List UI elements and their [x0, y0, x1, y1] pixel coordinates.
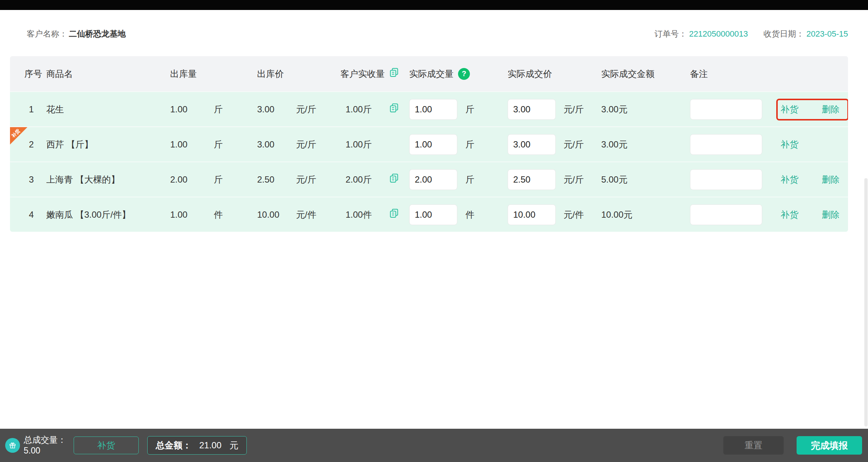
- deal-price-input[interactable]: [508, 134, 556, 155]
- deal-qty-input[interactable]: [409, 134, 457, 155]
- col-deal-price: 实际成交价: [508, 68, 563, 80]
- deal-qty-input[interactable]: [409, 99, 457, 120]
- product-name: 上海青 【大棵的】: [46, 174, 170, 186]
- reset-button[interactable]: 重置: [723, 436, 784, 455]
- col-out-price: 出库价: [257, 68, 296, 80]
- col-remark: 备注: [690, 68, 777, 80]
- received-qty: 2.00斤: [340, 174, 389, 186]
- deal-price-unit: 元/件: [563, 209, 601, 221]
- customer-label: 客户名称：: [27, 28, 67, 40]
- delete-link[interactable]: 删除: [822, 103, 840, 115]
- deal-amount: 3.00元: [601, 103, 690, 115]
- customer-name: 二仙桥恐龙基地: [69, 28, 126, 40]
- row-index: 3: [24, 174, 46, 185]
- received-qty: 1.00斤: [340, 139, 389, 150]
- delete-link[interactable]: 删除: [822, 174, 840, 186]
- total-amount-unit: 元: [229, 439, 238, 451]
- total-amount-value: 21.00: [199, 440, 221, 451]
- deal-qty-unit: 件: [465, 209, 508, 221]
- out-price-unit: 元/斤: [296, 103, 340, 115]
- product-name: 花生: [46, 103, 170, 115]
- total-amount-label: 总金额：: [156, 439, 191, 451]
- out-qty-unit: 斤: [214, 103, 257, 115]
- footer-bar: 总成交量： 5.00 补货 总金额： 21.00 元 重置 完成填报: [0, 429, 868, 462]
- out-price: 3.00: [257, 139, 296, 150]
- restock-link[interactable]: 补货: [781, 174, 798, 186]
- out-qty: 1.00: [170, 104, 214, 115]
- deal-qty-unit: 斤: [465, 139, 508, 150]
- copy-icon[interactable]: [389, 208, 399, 221]
- total-deal-qty-label: 总成交量：: [24, 435, 66, 445]
- out-price: 3.00: [257, 104, 296, 115]
- col-received-qty: 客户实收量: [340, 68, 389, 80]
- remark-input[interactable]: [690, 134, 762, 155]
- col-deal-amount: 实际成交金额: [601, 68, 690, 80]
- product-name: 嫩南瓜 【3.00斤/件】: [46, 209, 170, 221]
- help-icon[interactable]: ?: [458, 68, 470, 80]
- deal-qty-unit: 斤: [465, 103, 508, 115]
- deal-price-input[interactable]: [508, 204, 556, 225]
- restock-link[interactable]: 补货: [781, 103, 798, 115]
- restock-footer-button[interactable]: 补货: [74, 436, 139, 454]
- table-header-row: 序号 商品名 出库量 出库价 客户实收量 实际成交量 ? 实际成交价 实际成交金…: [10, 56, 848, 91]
- order-no-value: 2212050000013: [689, 29, 748, 39]
- col-no: 序号: [24, 68, 46, 80]
- out-price: 2.50: [257, 174, 296, 185]
- out-qty: 2.00: [170, 174, 214, 185]
- copy-icon[interactable]: [389, 103, 399, 115]
- delete-link[interactable]: 删除: [822, 209, 840, 221]
- received-qty: 1.00斤: [340, 103, 389, 115]
- page-header: 客户名称： 二仙桥恐龙基地 订单号： 2212050000013 收货日期： 2…: [0, 28, 868, 40]
- deal-amount: 10.00元: [601, 209, 690, 221]
- receive-date-value: 2023-05-15: [806, 29, 848, 39]
- restock-link[interactable]: 补货: [781, 139, 798, 150]
- out-price-unit: 元/斤: [296, 174, 340, 186]
- row-index: 1: [24, 104, 46, 115]
- table-row: 4 嫩南瓜 【3.00斤/件】 1.00 件 10.00 元/件 1.00件 件…: [10, 197, 848, 232]
- total-amount-box: 总金额： 21.00 元: [147, 436, 247, 455]
- remark-input[interactable]: [690, 99, 762, 120]
- deal-qty-unit: 斤: [465, 174, 508, 186]
- order-items-table: 序号 商品名 出库量 出库价 客户实收量 实际成交量 ? 实际成交价 实际成交金…: [10, 56, 848, 232]
- total-deal-qty-value: 5.00: [24, 445, 66, 456]
- col-out-qty: 出库量: [170, 68, 214, 80]
- order-no-label: 订单号：: [654, 28, 687, 40]
- gift-icon: [5, 438, 20, 453]
- deal-amount: 5.00元: [601, 174, 690, 186]
- row-index: 2: [24, 139, 46, 150]
- submit-button[interactable]: 完成填报: [797, 436, 862, 455]
- row-index: 4: [24, 210, 46, 220]
- out-price: 10.00: [257, 210, 296, 220]
- top-black-bar: [0, 0, 868, 10]
- remark-input[interactable]: [690, 169, 762, 190]
- deal-price-unit: 元/斤: [563, 139, 601, 150]
- copy-icon[interactable]: [389, 68, 399, 80]
- product-name: 西芹 【斤】: [46, 139, 170, 150]
- col-deal-qty: 实际成交量: [409, 68, 454, 80]
- scrollbar-thumb[interactable]: [864, 178, 868, 427]
- out-qty-unit: 斤: [214, 174, 257, 186]
- remark-input[interactable]: [690, 204, 762, 225]
- total-deal-qty: 总成交量： 5.00: [24, 435, 66, 456]
- copy-icon[interactable]: [389, 173, 399, 186]
- deal-price-input[interactable]: [508, 99, 556, 120]
- deal-amount: 3.00元: [601, 139, 690, 150]
- receive-date-label: 收货日期：: [763, 28, 804, 40]
- deal-qty-input[interactable]: [409, 169, 457, 190]
- out-qty: 1.00: [170, 139, 214, 150]
- out-price-unit: 元/斤: [296, 139, 340, 150]
- restock-link[interactable]: 补货: [781, 209, 798, 221]
- out-qty-unit: 斤: [214, 139, 257, 150]
- received-qty: 1.00件: [340, 209, 389, 221]
- deal-price-unit: 元/斤: [563, 174, 601, 186]
- deal-qty-input[interactable]: [409, 204, 457, 225]
- out-qty: 1.00: [170, 210, 214, 220]
- out-qty-unit: 件: [214, 209, 257, 221]
- table-row: 补货 2 西芹 【斤】 1.00 斤 3.00 元/斤 1.00斤 斤 元/斤 …: [10, 126, 848, 162]
- deal-price-unit: 元/斤: [563, 103, 601, 115]
- col-product-name: 商品名: [46, 68, 170, 80]
- deal-price-input[interactable]: [508, 169, 556, 190]
- out-price-unit: 元/件: [296, 209, 340, 221]
- table-row: 1 花生 1.00 斤 3.00 元/斤 1.00斤 斤 元/斤 3.00元 补…: [10, 91, 848, 126]
- table-row: 3 上海青 【大棵的】 2.00 斤 2.50 元/斤 2.00斤 斤 元/斤 …: [10, 162, 848, 197]
